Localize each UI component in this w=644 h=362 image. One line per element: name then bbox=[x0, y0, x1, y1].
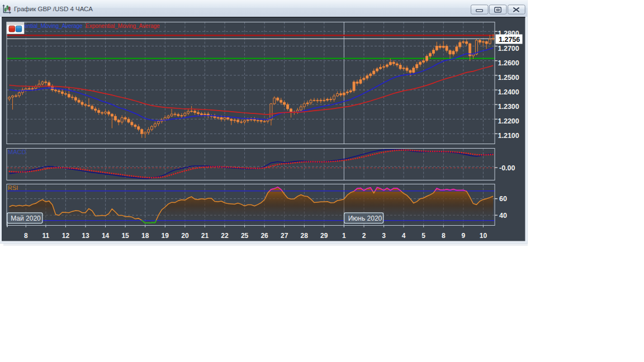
svg-text:1: 1 bbox=[342, 232, 346, 240]
svg-text:13: 13 bbox=[82, 232, 89, 240]
svg-text:1.2300: 1.2300 bbox=[498, 103, 519, 111]
svg-text:27: 27 bbox=[281, 232, 288, 240]
svg-text:29: 29 bbox=[320, 232, 328, 240]
svg-text:21: 21 bbox=[201, 232, 209, 240]
svg-text:1.2500: 1.2500 bbox=[498, 74, 519, 82]
svg-text:3: 3 bbox=[382, 232, 386, 240]
svg-text:8: 8 bbox=[24, 232, 28, 240]
svg-text:RSI: RSI bbox=[8, 184, 18, 191]
svg-text:1.2756: 1.2756 bbox=[499, 36, 520, 44]
svg-text:Июнь 2020: Июнь 2020 bbox=[348, 215, 382, 222]
svg-text:20: 20 bbox=[181, 232, 189, 240]
svg-text:8: 8 bbox=[442, 232, 446, 240]
svg-text:22: 22 bbox=[221, 232, 229, 240]
svg-text:9: 9 bbox=[461, 232, 465, 240]
svg-text:40: 40 bbox=[499, 212, 507, 220]
svg-text:10: 10 bbox=[480, 232, 487, 240]
svg-text:1.2600: 1.2600 bbox=[498, 59, 519, 67]
svg-text:14: 14 bbox=[102, 232, 110, 240]
svg-text:15: 15 bbox=[121, 232, 129, 240]
svg-text:12: 12 bbox=[62, 232, 70, 240]
svg-text:-0.00: -0.00 bbox=[499, 164, 515, 172]
svg-text:Exponential_Moving_Average: Exponential_Moving_Average bbox=[86, 23, 160, 29]
svg-text:18: 18 bbox=[141, 232, 149, 240]
svg-text:26: 26 bbox=[261, 232, 268, 240]
svg-text:28: 28 bbox=[301, 232, 309, 240]
svg-text:4: 4 bbox=[402, 232, 406, 240]
svg-text:1.2400: 1.2400 bbox=[498, 88, 519, 96]
svg-text:MACD: MACD bbox=[8, 149, 26, 155]
svg-text:1.2100: 1.2100 bbox=[498, 132, 519, 140]
svg-text:1.2700: 1.2700 bbox=[498, 45, 519, 53]
svg-text:1.2200: 1.2200 bbox=[498, 117, 519, 125]
svg-text:2: 2 bbox=[362, 232, 366, 240]
svg-text:11: 11 bbox=[42, 232, 50, 240]
svg-text:График GBP /USD 4 ЧАСА: График GBP /USD 4 ЧАСА bbox=[14, 6, 93, 12]
svg-text:60: 60 bbox=[499, 195, 507, 203]
svg-text:Май 2020: Май 2020 bbox=[11, 215, 41, 222]
svg-text:19: 19 bbox=[162, 232, 169, 240]
svg-text:5: 5 bbox=[422, 232, 425, 240]
svg-text:25: 25 bbox=[241, 232, 249, 240]
